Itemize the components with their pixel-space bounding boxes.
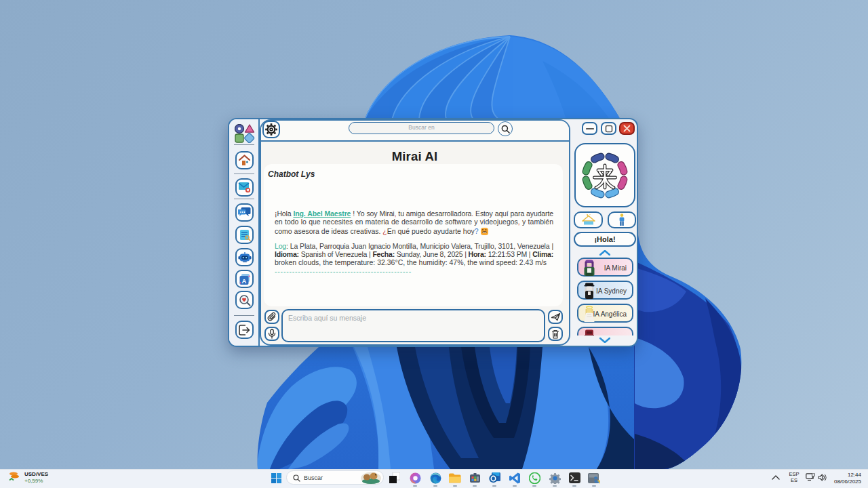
svg-text:A: A (241, 277, 246, 284)
